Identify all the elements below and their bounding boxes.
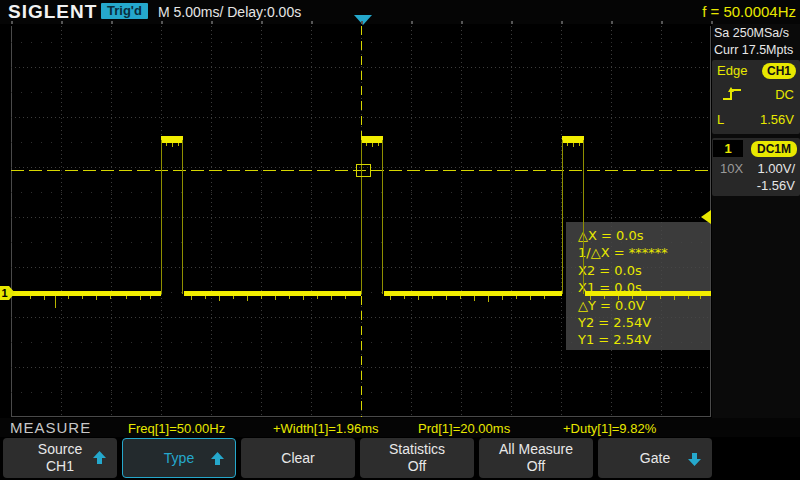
waveform-trace (11, 291, 161, 296)
graticule-line (261, 26, 262, 417)
waveform-trace (345, 296, 346, 299)
type-button[interactable]: Type (122, 438, 236, 478)
channel-offset-readout: -1.56V (757, 178, 795, 193)
cursor-readout-line: △X = 0.0s (578, 227, 711, 244)
waveform-trace (96, 296, 97, 300)
clear-button[interactable]: Clear (241, 438, 355, 478)
waveform-trace (579, 143, 580, 146)
waveform-trace (82, 296, 83, 299)
waveform-trace (205, 296, 206, 299)
waveform-trace (166, 143, 167, 146)
channel1-offset-marker[interactable]: 1 (0, 286, 9, 300)
up-arrow-icon (93, 451, 106, 464)
cursor-readout-panel: △X = 0.0s 1/△X = ****** X2 = 0.0s X1 = 0… (566, 222, 711, 350)
waveform-trace (182, 140, 183, 294)
frequency-counter-readout: f = 50.0004Hz (702, 3, 796, 20)
waveform-trace (418, 296, 419, 300)
waveform-trace (44, 296, 45, 300)
waveform-display-area (0, 24, 712, 418)
statistics-button[interactable]: Statistics Off (360, 438, 474, 478)
graticule-line (311, 21, 313, 24)
trigger-level-marker-icon[interactable] (701, 210, 711, 224)
waveform-trace (660, 296, 661, 299)
channel1-info-panel[interactable]: 1 DC1M 10X 1.00V/ -1.56V (712, 138, 800, 196)
graticule-line (511, 26, 512, 417)
trigger-coupling-label: DC (775, 87, 794, 102)
cursor-readout-line: 1/△X = ****** (578, 244, 711, 261)
waveform-trace (378, 143, 379, 146)
waveform-trace (474, 296, 475, 301)
top-status-bar: SIGLENT Trig'd M 5.00ms/ Delay:0.00s f =… (0, 0, 800, 24)
waveform-trace (460, 296, 461, 299)
channel-coupling-badge: DC1M (751, 141, 797, 157)
cursor-readout-line: Y1 = 2.54V (578, 331, 711, 348)
channel-scale-readout: 1.00V/ (757, 161, 795, 176)
waveform-trace (247, 296, 248, 301)
waveform-trace (583, 140, 584, 294)
gate-button[interactable]: Gate (598, 438, 712, 478)
timebase-readout[interactable]: M 5.00ms/ Delay:0.00s (158, 4, 301, 20)
graticule-line (411, 21, 413, 24)
waveform-trace (68, 296, 69, 299)
all-measure-button-label: All Measure (499, 441, 573, 458)
graticule-line (11, 26, 12, 417)
waveform-trace (150, 296, 151, 299)
channel-number-box: 1 (713, 140, 743, 157)
statistics-button-label: Statistics (389, 441, 445, 458)
waveform-trace (55, 296, 56, 308)
source-button-label: Source (38, 441, 82, 458)
trigger-level-label: L (717, 112, 724, 127)
rising-edge-icon (722, 86, 742, 102)
waveform-trace (573, 143, 574, 147)
graticule-line (261, 21, 263, 24)
graticule-line (111, 26, 112, 417)
waveform-trace (191, 296, 192, 300)
waveform-trace (632, 296, 633, 299)
waveform-trace (530, 296, 531, 300)
source-button[interactable]: Source CH1 (3, 438, 117, 478)
waveform-trace (562, 136, 584, 143)
graticule-line (61, 26, 62, 417)
graticule-line (461, 21, 463, 24)
graticule-line (161, 21, 163, 24)
waveform-trace (110, 296, 111, 299)
waveform-trace (172, 143, 173, 147)
measure-period-readout: Prd[1]=20.00ms (418, 421, 510, 436)
waveform-trace (219, 296, 220, 301)
waveform-trace (502, 296, 503, 300)
active-cursor-handle[interactable] (356, 164, 371, 177)
graticule-line (611, 21, 613, 24)
graticule-line (211, 26, 212, 417)
trigger-info-panel[interactable]: Edge CH1 DC L 1.56V (712, 60, 800, 134)
graticule-line (61, 21, 63, 24)
waveform-trace (562, 140, 563, 294)
all-measure-button[interactable]: All Measure Off (479, 438, 593, 478)
trigger-position-marker-icon[interactable] (354, 15, 372, 25)
waveform-trace (700, 296, 701, 299)
waveform-trace (432, 296, 433, 299)
up-arrow-icon (211, 452, 224, 465)
waveform-trace (275, 296, 276, 300)
cursor-readout-line: Y2 = 2.54V (578, 314, 711, 331)
trigger-level-value: 1.56V (760, 112, 794, 127)
graticule-line (311, 26, 312, 417)
waveform-trace (390, 296, 391, 300)
graticule-line (411, 26, 412, 417)
trigger-status-badge: Trig'd (101, 3, 148, 19)
waveform-trace (178, 143, 179, 146)
measure-results-bar: MEASURE Freq[1]=50.00Hz +Width[1]=1.96ms… (0, 418, 800, 437)
gate-button-label: Gate (640, 450, 670, 467)
siglent-logo: SIGLENT (8, 1, 97, 23)
waveform-trace (567, 143, 568, 146)
waveform-trace (289, 296, 290, 299)
waveform-trace (404, 296, 405, 299)
measure-duty-readout: +Duty[1]=9.82% (563, 421, 656, 436)
waveform-trace (233, 296, 234, 299)
measure-width-readout: +Width[1]=1.96ms (273, 421, 379, 436)
waveform-trace (544, 296, 545, 299)
trigger-type-label: Edge (717, 63, 747, 78)
waveform-trace (366, 143, 367, 146)
statistics-button-value: Off (408, 458, 426, 475)
trigger-source-badge: CH1 (762, 63, 796, 79)
waveform-trace (618, 296, 619, 300)
